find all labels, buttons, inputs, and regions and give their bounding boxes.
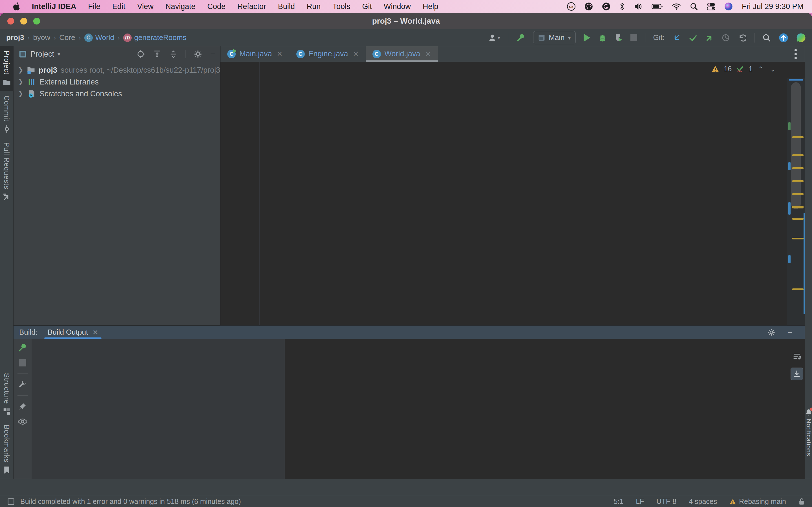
build-output-tab[interactable]: Build Output ✕ [46,326,100,339]
git-update-button[interactable] [672,34,681,42]
git-branch-widget[interactable]: Rebasing main [729,497,786,506]
tab-options-icon[interactable] [795,46,805,62]
close-window-button[interactable] [7,18,14,24]
editor-tab-main.java[interactable]: CMain.java✕ [220,46,290,62]
chevron-right-icon[interactable]: ❯ [18,90,24,98]
stripe-tab-notifications[interactable]: Notifications [805,406,812,459]
user-profile-icon[interactable]: ▾ [488,34,500,42]
git-push-button[interactable] [705,34,714,42]
siri-icon[interactable] [724,2,733,11]
editor-tab-engine.java[interactable]: CEngine.java✕ [290,46,366,62]
breadcrumb-item-proj3[interactable]: proj3 [6,33,24,42]
spotlight-icon[interactable] [690,3,698,10]
menu-item-code[interactable]: Code [201,2,232,11]
stripe-tab-project[interactable]: Project [0,46,13,91]
grammarly-icon[interactable] [602,2,610,11]
stripe-tab-structure[interactable]: Structure [0,369,13,420]
breadcrumb-item-generaterooms[interactable]: mgenerateRooms [123,33,186,42]
menu-item-window[interactable]: Window [378,2,417,11]
build-settings-gear-icon[interactable] [767,328,775,336]
close-tab-icon[interactable]: ✕ [93,328,98,336]
git-commit-button[interactable] [689,34,697,42]
run-with-coverage-button[interactable] [615,33,622,42]
menu-item-edit[interactable]: Edit [106,2,132,11]
control-center-icon[interactable] [707,2,715,11]
status-message[interactable]: Build completed with 1 error and 0 warni… [20,497,241,506]
chevron-right-icon[interactable]: ❯ [18,66,23,74]
select-opened-file-icon[interactable] [137,50,145,58]
stop-build-icon[interactable] [19,359,26,367]
battery-icon[interactable] [652,2,663,11]
rerun-build-icon[interactable] [18,343,28,352]
menu-item-file[interactable]: File [82,2,107,11]
stripe-tab-pull-requests[interactable]: Pull Requests [0,138,13,206]
tree-item-scratches-and-consoles[interactable]: ❯Scratches and Consoles [13,88,220,100]
editor-tab-world.java[interactable]: CWorld.java✕ [366,46,438,62]
hide-build-panel-icon[interactable]: − [787,328,792,337]
minimize-window-button[interactable] [20,18,27,24]
editor-scrollbar[interactable] [787,78,805,341]
chevron-down-icon[interactable]: ▾ [57,51,60,57]
menu-item-refactor[interactable]: Refactor [232,2,272,11]
menu-item-build[interactable]: Build [272,2,301,11]
bluetooth-icon[interactable] [619,2,624,11]
settings-gear-icon[interactable] [194,50,202,58]
scroll-to-end-icon[interactable] [791,368,803,380]
inspections-widget[interactable]: 16 1 ⌃ ⌃ [711,65,776,73]
zoom-window-button[interactable] [33,18,40,24]
stripe-tab-bookmarks[interactable]: Bookmarks [0,420,13,479]
menu-item-help[interactable]: Help [417,2,444,11]
close-tab-icon[interactable]: ✕ [353,50,359,58]
stop-button[interactable] [630,34,637,41]
tree-item-external-libraries[interactable]: ❯External Libraries [13,76,220,88]
volume-icon[interactable] [633,2,643,11]
run-configuration-selector[interactable]: Main ▾ [533,31,575,44]
build-console[interactable] [285,339,805,479]
collapse-all-icon[interactable] [169,50,177,58]
menu-clock[interactable]: Fri Jul 29 9:30 PM [742,2,804,11]
debug-button[interactable] [598,33,607,42]
caret-position[interactable]: 5:1 [613,497,623,506]
run-button[interactable] [583,34,591,42]
close-tab-icon[interactable]: ✕ [425,50,431,58]
wrench-settings-icon[interactable] [18,380,27,389]
next-problem-icon[interactable]: ⌃ [769,65,776,73]
breadcrumb-item-byow[interactable]: byow [33,33,50,42]
prev-problem-icon[interactable]: ⌃ [757,65,764,73]
line-ending[interactable]: LF [636,497,644,506]
pin-icon[interactable] [18,402,27,411]
menu-item-tools[interactable]: Tools [326,2,356,11]
search-everywhere-icon[interactable] [762,34,771,42]
menu-app-name[interactable]: IntelliJ IDEA [26,2,82,11]
close-tab-icon[interactable]: ✕ [277,50,283,58]
git-history-button[interactable] [721,34,730,42]
indent-setting[interactable]: 4 spaces [689,497,717,506]
menu-item-view[interactable]: View [132,2,160,11]
code-with-me-icon[interactable] [796,33,806,43]
write-access-lock-icon[interactable] [799,498,805,505]
tree-item-proj3[interactable]: ❯proj3sources root, ~/Desktop/cs61b/su22… [13,64,220,76]
menu-item-run[interactable]: Run [301,2,327,11]
scrollbar-thumb[interactable] [791,82,801,209]
menu-item-navigate[interactable]: Navigate [160,2,202,11]
background-tasks-icon[interactable] [7,498,15,505]
build-project-icon[interactable] [516,33,525,42]
menu-item-git[interactable]: Git [356,2,378,11]
code-viewport[interactable]: 16 1 ⌃ ⌃ [220,62,805,325]
file-encoding[interactable]: UTF-8 [656,497,676,506]
breadcrumb-item-world[interactable]: CWorld [84,33,114,42]
stripe-tab-commit[interactable]: Commit [0,91,13,138]
view-options-eye-icon[interactable] [18,418,28,426]
globe-app-icon[interactable] [585,2,593,11]
soft-wrap-icon[interactable] [791,350,803,362]
apple-menu-icon[interactable] [7,2,26,11]
breadcrumb-item-core[interactable]: Core [59,33,75,42]
project-panel-title[interactable]: Project [31,50,54,59]
rollback-button[interactable] [738,34,746,42]
expand-all-icon[interactable] [153,50,161,58]
creative-cloud-icon[interactable]: Co [567,2,575,11]
hide-panel-icon[interactable]: − [210,49,215,59]
ide-update-icon[interactable] [779,33,788,43]
chevron-right-icon[interactable]: ❯ [18,78,24,86]
wifi-icon[interactable] [672,2,681,11]
